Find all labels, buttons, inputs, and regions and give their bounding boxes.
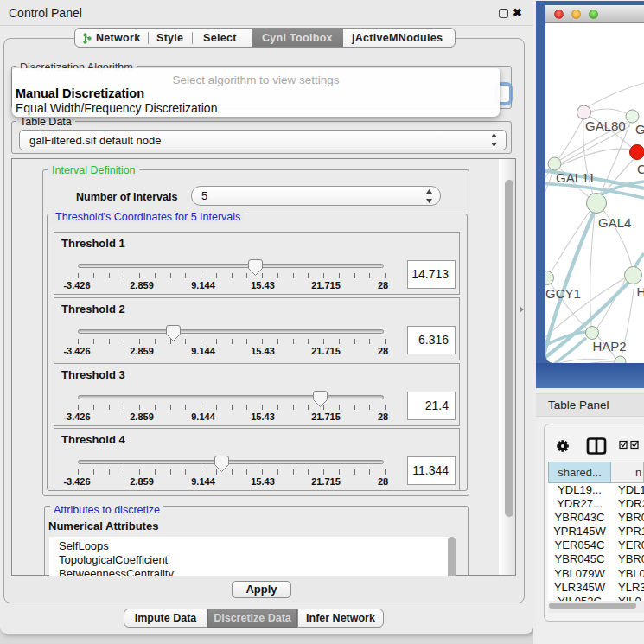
svg-text:HAP2: HAP2 bbox=[593, 339, 627, 354]
svg-text:H: H bbox=[637, 284, 644, 299]
svg-text:C: C bbox=[637, 162, 644, 176]
svg-text:GAL80: GAL80 bbox=[585, 118, 626, 133]
svg-text:GCY1: GCY1 bbox=[545, 286, 581, 301]
svg-text:GAL11: GAL11 bbox=[556, 170, 596, 185]
svg-text:GAL4: GAL4 bbox=[598, 215, 631, 230]
svg-text:GA: GA bbox=[635, 122, 644, 137]
